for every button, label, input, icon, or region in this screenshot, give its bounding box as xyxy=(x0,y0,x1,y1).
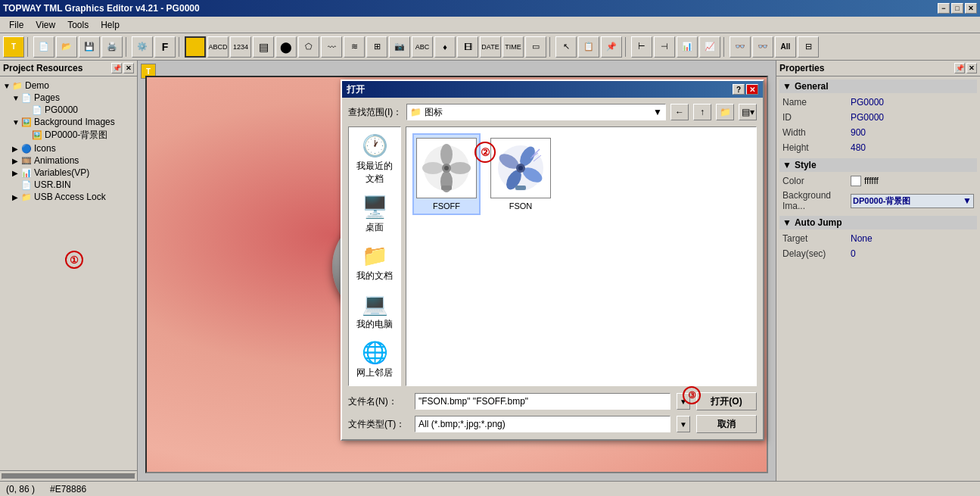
open-btn-container: 打开(O) ③ xyxy=(696,392,757,410)
filename-dropdown-btn[interactable]: ▼ xyxy=(677,393,690,410)
filetype-label: 文件类型(T)： xyxy=(348,418,409,431)
dialog-file-area[interactable]: FSOFF xyxy=(406,126,757,386)
filename-input[interactable] xyxy=(415,393,670,410)
dialog-overlay: 打开 ? ✕ 查找范围(I)： 📁 图标 ▼ ← ↑ 📁 ▤▾ xyxy=(0,0,980,496)
shortcut-computer-label: 我的电脑 xyxy=(356,318,393,331)
dialog-title-bar: 打开 ? ✕ xyxy=(342,81,763,98)
shortcut-docs[interactable]: 📁 我的文档 xyxy=(350,240,399,285)
dialog-body: 查找范围(I)： 📁 图标 ▼ ← ↑ 📁 ▤▾ 🕐 我最近的文档 xyxy=(342,98,763,439)
recent-icon: 🕐 xyxy=(362,133,388,158)
shortcut-recent-label: 我最近的文档 xyxy=(353,160,396,186)
file-thumb-fsoff xyxy=(416,138,477,198)
shortcut-desktop-label: 桌面 xyxy=(366,221,384,234)
file-thumb-fson xyxy=(490,138,551,198)
file-open-dialog: 打开 ? ✕ 查找范围(I)： 📁 图标 ▼ ← ↑ 📁 ▤▾ xyxy=(341,80,764,441)
fson-image xyxy=(494,142,547,195)
filename-label: 文件名(N)： xyxy=(348,395,409,408)
dialog-bottom: 文件名(N)： ▼ 打开(O) ③ 文件类型(T)： ▼ 取消 xyxy=(348,392,757,433)
filename-row: 文件名(N)： ▼ 打开(O) ③ xyxy=(348,392,757,410)
dialog-shortcuts: 🕐 我最近的文档 🖥️ 桌面 📁 我的文档 💻 我的电脑 xyxy=(348,126,401,386)
file-item-fsoff[interactable]: FSOFF xyxy=(412,133,481,215)
network-icon: 🌐 xyxy=(362,340,388,365)
shortcut-recent[interactable]: 🕐 我最近的文档 xyxy=(350,130,399,189)
computer-icon: 💻 xyxy=(362,292,388,317)
svg-point-2 xyxy=(450,162,471,174)
shortcut-network-label: 网上邻居 xyxy=(356,367,393,379)
dialog-title-buttons: ? ✕ xyxy=(733,84,758,95)
svg-point-1 xyxy=(440,144,453,165)
filetype-row: 文件类型(T)： ▼ 取消 xyxy=(348,415,757,433)
folder-icon-location: 📁 xyxy=(410,107,422,117)
svg-point-4 xyxy=(422,162,443,174)
dialog-location-bar: 查找范围(I)： 📁 图标 ▼ ← ↑ 📁 ▤▾ xyxy=(348,104,757,120)
fsoff-image xyxy=(420,142,473,195)
dialog-nav-back[interactable]: ← xyxy=(670,104,689,120)
shortcut-desktop[interactable]: 🖥️ 桌面 xyxy=(350,192,399,237)
dialog-location-arrow: ▼ xyxy=(653,107,662,117)
svg-rect-18 xyxy=(515,186,526,190)
docs-icon: 📁 xyxy=(362,243,388,268)
file-name-fsoff: FSOFF xyxy=(433,201,460,211)
shortcut-computer[interactable]: 💻 我的电脑 xyxy=(350,289,399,334)
desktop-icon: 🖥️ xyxy=(362,195,388,220)
dialog-help-button[interactable]: ? xyxy=(733,84,745,95)
shortcut-network[interactable]: 🌐 网上邻居 xyxy=(350,337,399,382)
dialog-nav-views[interactable]: ▤▾ xyxy=(739,104,757,120)
dialog-location-label: 查找范围(I)： xyxy=(348,106,402,119)
dialog-nav-up[interactable]: ↑ xyxy=(693,104,711,120)
file-name-fson: FSON xyxy=(509,201,533,211)
dialog-open-button[interactable]: 打开(O) xyxy=(696,392,757,410)
filetype-dropdown-btn[interactable]: ▼ xyxy=(677,416,690,432)
file-item-fson[interactable]: FSON xyxy=(487,133,555,215)
dialog-cancel-button[interactable]: 取消 xyxy=(696,415,757,433)
dialog-location-combo[interactable]: 📁 图标 ▼ xyxy=(406,104,666,120)
dialog-location-value: 图标 xyxy=(425,106,653,119)
svg-point-14 xyxy=(518,166,523,170)
svg-point-6 xyxy=(444,166,449,170)
svg-rect-7 xyxy=(441,186,452,190)
dialog-main-area: 🕐 我最近的文档 🖥️ 桌面 📁 我的文档 💻 我的电脑 xyxy=(348,126,757,386)
dialog-close-button[interactable]: ✕ xyxy=(746,84,758,95)
shortcut-docs-label: 我的文档 xyxy=(356,270,393,282)
filetype-input[interactable] xyxy=(415,416,670,432)
dialog-nav-newfolder[interactable]: 📁 xyxy=(716,104,734,120)
dialog-title-text: 打开 xyxy=(347,83,365,96)
